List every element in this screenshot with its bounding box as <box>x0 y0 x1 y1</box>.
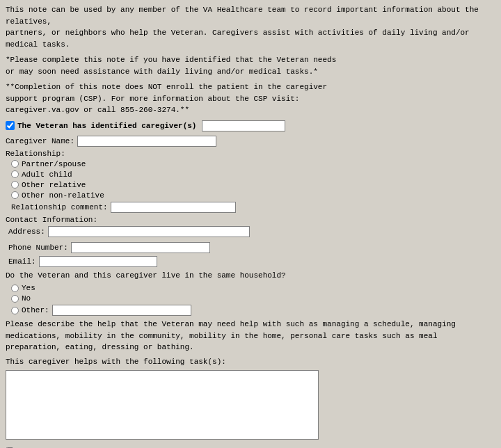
address-input[interactable] <box>48 226 250 237</box>
intro-text2: *Please complete this note if you have i… <box>6 54 495 77</box>
radio-other-relative-label: Other relative <box>22 181 86 189</box>
radio-partner-input[interactable] <box>11 160 19 168</box>
intro-text3: **Completion of this note does NOT enrol… <box>6 81 495 116</box>
hh-no-label: No <box>22 294 31 303</box>
phone-input[interactable] <box>71 242 210 253</box>
intro-line3: *Please complete this note if you have i… <box>6 54 495 66</box>
email-label: Email: <box>8 257 36 266</box>
page-container: This note can be used by any member of t… <box>0 0 501 448</box>
intro-text: This note can be used by any member of t… <box>6 4 495 50</box>
relationship-comment-input[interactable] <box>111 202 236 213</box>
address-label: Address: <box>8 227 45 236</box>
hh-yes-row: Yes <box>6 284 495 292</box>
hh-no-row: No <box>6 294 495 303</box>
caregiver-name-label: Caregiver Name: <box>6 137 74 145</box>
phone-row: Phone Number: <box>6 242 495 253</box>
caregiver-name-row: Caregiver Name: <box>6 136 495 147</box>
hh-no-radio[interactable] <box>11 295 19 303</box>
radio-non-relative-input[interactable] <box>11 191 19 199</box>
intro-line5: **Completion of this note does NOT enrol… <box>6 81 495 93</box>
tasks-textarea[interactable] <box>6 370 319 440</box>
email-input[interactable] <box>39 256 157 267</box>
radio-adult-label: Adult child <box>22 170 72 179</box>
intro-line4: or may soon need assistance with daily l… <box>6 66 495 78</box>
radio-other-relative: Other relative <box>6 181 495 189</box>
caregiver-identified-row: The Veteran has identified caregiver(s) <box>6 120 495 131</box>
intro-line1: This note can be used by any member of t… <box>6 4 495 27</box>
household-question: Do the Veteran and this caregiver live i… <box>6 270 495 282</box>
intro-line2: partners, or neighbors who help the Vete… <box>6 27 495 50</box>
radio-partner: Partner/spouse <box>6 160 495 168</box>
email-row: Email: <box>6 256 495 267</box>
tasks-label: This caregiver helps with the following … <box>6 356 495 368</box>
tasks-intro: Please describe the help that the Vetera… <box>6 319 495 353</box>
caregiver-name-input[interactable] <box>77 136 216 147</box>
relationship-comment-row: Relationship comment: <box>6 202 495 213</box>
radio-partner-label: Partner/spouse <box>22 160 86 168</box>
radio-other-relative-input[interactable] <box>11 181 19 189</box>
radio-non-relative: Other non-relative <box>6 191 495 200</box>
hh-yes-label: Yes <box>22 284 35 292</box>
hh-other-row: Other: <box>6 305 495 316</box>
caregiver-identified-input[interactable] <box>202 120 285 131</box>
radio-adult-input[interactable] <box>11 170 19 178</box>
relationship-comment-label: Relationship comment: <box>11 203 108 211</box>
hh-yes-radio[interactable] <box>11 285 19 292</box>
caregiver-identified-checkbox[interactable] <box>6 121 15 130</box>
radio-non-relative-label: Other non-relative <box>22 191 104 200</box>
hh-other-input[interactable] <box>52 305 191 316</box>
relationship-label: Relationship: <box>6 150 65 158</box>
phone-label: Phone Number: <box>8 243 68 252</box>
hh-other-radio[interactable] <box>11 307 19 314</box>
caregiver-identified-label: The Veteran has identified caregiver(s) <box>17 122 196 130</box>
hh-other-label: Other: <box>22 306 49 314</box>
intro-line6: support program (CSP). For more informat… <box>6 93 495 105</box>
contact-label: Contact Information: <box>6 216 97 224</box>
address-row: Address: <box>6 226 495 237</box>
radio-adult: Adult child <box>6 170 495 179</box>
intro-line7: caregiver.va.gov or call 855-260-3274.** <box>6 104 495 116</box>
